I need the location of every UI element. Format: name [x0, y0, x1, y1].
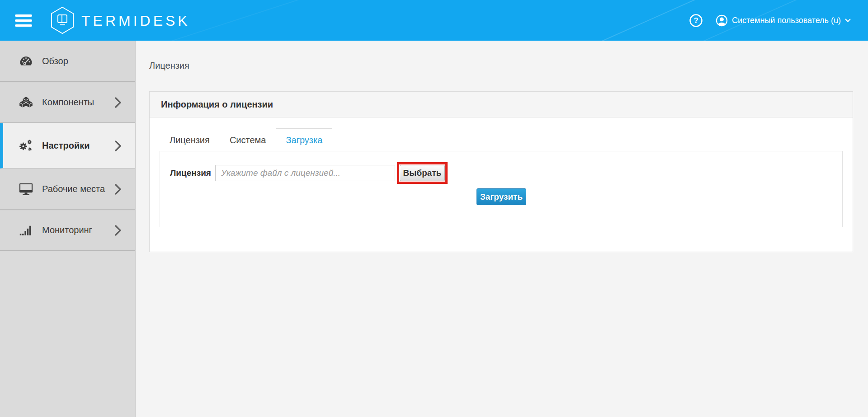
license-info-card: Информация о лицензии Лицензия Система З…	[149, 91, 853, 252]
tab-upload[interactable]: Загрузка	[276, 128, 332, 151]
brand-name: TERMIDESK	[81, 13, 190, 29]
license-file-input[interactable]	[215, 165, 395, 181]
sidebar-nav: Обзор Компоненты	[0, 41, 136, 417]
sidebar-item-label: Обзор	[42, 56, 68, 66]
card-body: Лицензия Система Загрузка Лицензия Выбра…	[150, 117, 853, 252]
tab-system[interactable]: Система	[220, 128, 276, 151]
license-field-label: Лицензия	[170, 168, 211, 178]
sidebar-item-components[interactable]: Компоненты	[0, 82, 135, 123]
help-button[interactable]: ?	[689, 14, 703, 28]
sidebar-item-settings[interactable]: Настройки	[0, 123, 135, 169]
chevron-down-icon	[845, 19, 851, 23]
user-icon	[716, 14, 728, 27]
upload-tab-panel: Лицензия Выбрать Загрузить	[160, 151, 843, 227]
svg-text:?: ?	[693, 16, 698, 24]
workplaces-monitor-icon	[18, 183, 33, 196]
sidebar-item-overview[interactable]: Обзор	[0, 41, 135, 82]
top-bar: TERMIDESK ? Системный пользователь (u)	[0, 0, 868, 41]
sidebar-item-label: Мониторинг	[42, 225, 92, 235]
dashboard-icon	[18, 55, 33, 68]
chevron-right-icon	[115, 184, 122, 195]
upload-button[interactable]: Загрузить	[476, 188, 526, 205]
hamburger-menu-icon[interactable]	[15, 12, 32, 29]
sidebar-item-label: Рабочие места	[42, 184, 105, 194]
help-icon: ?	[689, 14, 703, 28]
chevron-right-icon	[115, 225, 122, 236]
card-title: Информация о лицензии	[150, 92, 853, 117]
choose-file-button[interactable]: Выбрать	[400, 165, 445, 181]
settings-gears-icon	[18, 139, 33, 153]
sidebar-item-monitoring[interactable]: Мониторинг	[0, 210, 135, 251]
components-cubes-icon	[18, 96, 33, 108]
user-name-label: Системный пользователь (u)	[732, 16, 841, 25]
tab-license[interactable]: Лицензия	[160, 128, 220, 151]
monitoring-bars-icon	[18, 224, 33, 236]
breadcrumb: Лицензия	[149, 61, 189, 71]
termidesk-logo: TERMIDESK	[50, 6, 190, 34]
user-menu[interactable]: Системный пользователь (u)	[716, 14, 851, 27]
sidebar-item-label: Настройки	[42, 141, 90, 151]
annotation-highlight-box: Выбрать	[397, 162, 448, 184]
sidebar-item-workplaces[interactable]: Рабочие места	[0, 169, 135, 210]
license-tabs: Лицензия Система Загрузка	[160, 128, 843, 151]
license-file-row: Лицензия Выбрать	[170, 162, 448, 184]
sidebar-item-label: Компоненты	[42, 97, 94, 108]
main-content: Лицензия Информация о лицензии Лицензия …	[136, 41, 868, 417]
logo-hexagon-icon	[50, 6, 75, 34]
chevron-right-icon	[115, 141, 122, 151]
chevron-right-icon	[115, 97, 122, 108]
